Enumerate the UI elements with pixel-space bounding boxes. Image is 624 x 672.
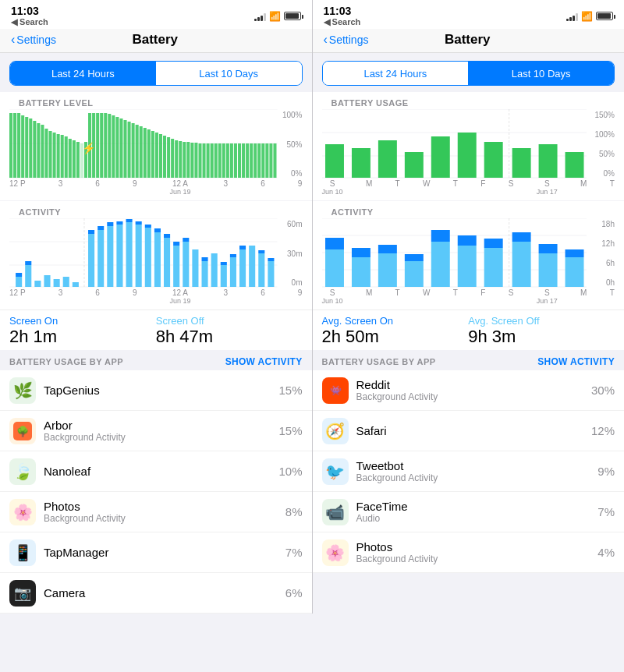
svg-rect-155 [457,246,476,287]
screen-off-value-right: 9h 3m [468,327,615,347]
svg-rect-157 [484,248,502,287]
svg-rect-63 [246,143,249,178]
time-area-right: 11:03 ◀ Search [324,5,361,27]
app-name-reddit: Reddit [356,378,591,391]
svg-rect-148 [351,248,370,257]
app-info-safari: Safari [356,424,591,437]
svg-rect-36 [140,126,143,178]
svg-rect-60 [234,143,237,178]
app-percent-safari: 12% [591,424,615,437]
svg-rect-88 [98,230,104,287]
svg-rect-65 [254,143,257,178]
svg-rect-4 [13,113,16,178]
svg-rect-120 [258,250,264,253]
svg-rect-70 [273,143,276,178]
svg-rect-99 [145,225,151,228]
svg-rect-31 [119,118,122,178]
segment-control-right: Last 24 Hours Last 10 Days [322,61,615,86]
app-info-tapmanager: TapManager [44,546,285,559]
svg-rect-38 [147,129,151,178]
screen-off-stat-left: Screen Off 8h 47m [156,315,303,347]
show-activity-btn-right[interactable]: SHOW ACTIVITY [537,356,615,367]
svg-text:🌳: 🌳 [16,425,30,438]
back-link-right[interactable]: ◀ Search [324,17,361,27]
svg-rect-93 [116,221,122,225]
svg-rect-92 [116,225,122,287]
time-area-left: 11:03 ◀ Search [11,5,48,27]
svg-rect-160 [512,242,530,287]
svg-rect-44 [171,139,174,178]
screen-on-value-right: 2h 50m [322,327,469,347]
segment-24h-right[interactable]: Last 24 Hours [323,62,469,85]
app-name-camera: Camera [44,586,285,599]
time-left: 11:03 [11,5,48,17]
svg-rect-135 [484,142,502,178]
svg-rect-87 [88,230,94,234]
signal-bars-left [254,12,266,21]
app-sub-tweetbot: Background Activity [356,472,598,483]
chevron-left-right: ‹ [324,33,328,47]
svg-rect-163 [538,244,557,253]
svg-rect-45 [175,140,178,178]
nav-back-left[interactable]: ‹ Settings [11,33,56,47]
stats-row-left: Screen On 2h 1m Screen Off 8h 47m [0,309,312,350]
svg-rect-90 [107,226,113,287]
app-item-photos-right: 🌸 Photos Background Activity 4% [313,532,625,573]
app-percent-tweetbot: 9% [597,465,615,478]
svg-rect-98 [145,228,151,287]
nav-back-right[interactable]: ‹ Settings [324,33,369,47]
app-icon-tapgenius: 🌿 [9,377,36,404]
svg-rect-104 [173,246,179,287]
svg-rect-13 [49,131,52,178]
app-info-nanoleaf: Nanoleaf [44,465,278,478]
svg-rect-134 [457,133,476,178]
usage-section-title-right: BATTERY USAGE BY APP [322,357,436,366]
app-name-photos-left: Photos [44,500,285,513]
svg-rect-118 [249,246,255,287]
svg-rect-49 [190,143,193,178]
svg-rect-116 [239,249,246,287]
svg-rect-91 [107,222,113,226]
svg-rect-8 [29,118,32,178]
app-percent-facetime: 7% [597,505,615,518]
screen-off-label-right: Avg. Screen Off [468,315,615,327]
battery-section-label-left: BATTERY LEVEL [9,95,303,109]
show-activity-btn-left[interactable]: SHOW ACTIVITY [225,356,303,367]
svg-rect-158 [484,239,502,248]
status-bar-left: 11:03 ◀ Search 📶 [0,0,312,29]
back-link-left[interactable]: ◀ Search [11,17,48,27]
svg-rect-61 [238,143,241,178]
screen-on-stat-right: Avg. Screen On 2h 50m [322,315,469,347]
svg-rect-154 [431,230,449,242]
app-item-arbor: 🌳 Arbor Background Activity 15% [0,411,312,451]
app-percent-nanoleaf: 10% [278,465,302,478]
svg-rect-34 [132,123,135,178]
svg-rect-129 [324,144,343,178]
svg-rect-81 [44,275,50,287]
nav-back-label-left: Settings [16,34,56,46]
svg-rect-95 [126,219,133,222]
left-phone: 11:03 ◀ Search 📶 ‹ [0,0,312,614]
app-sub-photos-right: Background Activity [356,554,598,564]
svg-rect-86 [88,234,94,287]
svg-rect-40 [155,133,158,178]
segment-10d-left[interactable]: Last 10 Days [156,62,302,85]
svg-rect-84 [73,282,79,287]
wifi-icon-right: 📶 [581,11,593,22]
segment-10d-right[interactable]: Last 10 Days [468,62,614,85]
app-info-camera: Camera [44,586,285,599]
app-percent-camera: 6% [285,586,303,599]
svg-rect-156 [457,235,476,246]
segment-24h-left[interactable]: Last 24 Hours [10,62,156,85]
svg-rect-64 [250,143,253,178]
svg-rect-11 [41,125,44,178]
svg-rect-78 [25,265,31,287]
app-info-arbor: Arbor Background Activity [44,419,278,443]
svg-rect-100 [154,232,161,287]
svg-rect-97 [136,221,142,225]
svg-rect-119 [258,253,264,287]
wifi-icon-left: 📶 [269,11,281,22]
svg-rect-26 [100,113,103,178]
svg-rect-27 [104,113,107,178]
svg-rect-59 [230,143,233,178]
